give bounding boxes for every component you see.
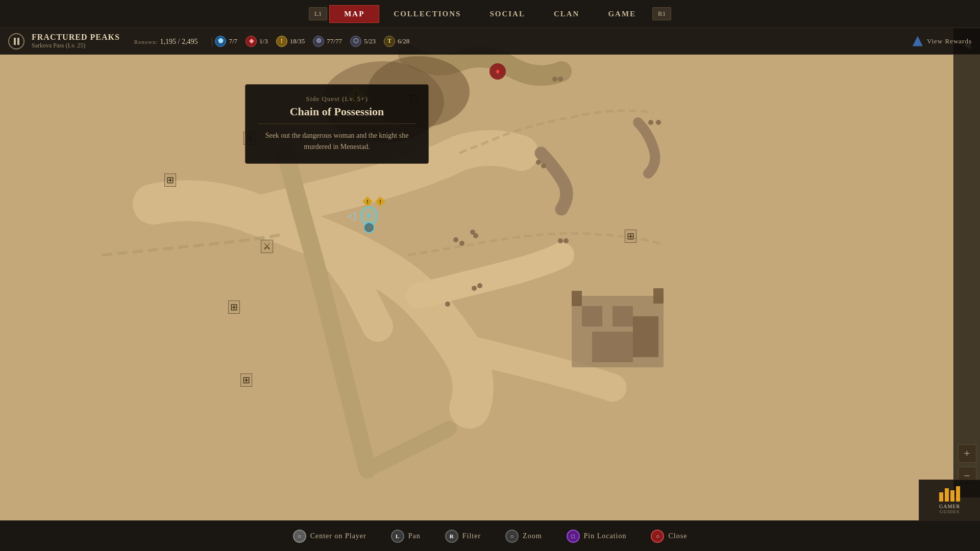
region-bar: FRACTURED PEAKS Sarkova Pass (Lv. 25) Re… [0, 28, 980, 55]
svg-point-22 [472, 286, 477, 291]
center-on-player-action[interactable]: ○ Center on Player [293, 530, 366, 543]
svg-rect-6 [592, 332, 633, 362]
gg-logo: GAMER GUIDES [919, 480, 980, 520]
svg-point-17 [459, 241, 464, 246]
center-on-player-label: Center on Player [310, 532, 366, 540]
center-on-player-button-icon: ○ [293, 530, 306, 543]
pin-location-label: Pin Location [584, 532, 627, 540]
svg-rect-4 [582, 306, 602, 327]
filter-button-icon: R [445, 530, 458, 543]
right-side-panel: ◀ + − [953, 28, 980, 497]
svg-point-15 [541, 163, 546, 168]
close-action[interactable]: ○ Close [651, 530, 687, 543]
view-rewards-button[interactable]: View Rewards [913, 36, 972, 46]
stat-gear: ⚙ 77/77 [313, 36, 342, 47]
quest-stat-icon: ! [276, 36, 287, 47]
quest-val: 18/35 [290, 37, 305, 45]
zoom-action[interactable]: ○ Zoom [505, 530, 542, 543]
trophy-stat-icon: T [384, 36, 395, 47]
svg-rect-9 [653, 288, 664, 304]
svg-point-20 [558, 238, 563, 243]
renown-slash: / [178, 38, 180, 45]
svg-point-24 [445, 302, 450, 307]
svg-point-16 [453, 237, 458, 242]
zoom-in-button[interactable]: + [958, 444, 976, 463]
tab-map[interactable]: MAP [329, 5, 379, 23]
renown-value: 1,195 / 2,495 [160, 38, 198, 45]
gg-text: GAMER [939, 504, 960, 509]
pan-action[interactable]: L Pan [391, 530, 421, 543]
dungeon-stat-icon: ◈ [246, 36, 257, 47]
svg-point-14 [536, 160, 541, 165]
svg-rect-7 [633, 316, 658, 357]
quest-name: Chain of Possession [258, 105, 416, 118]
dungeon-val: 1/3 [259, 37, 268, 45]
renown-label: Renown: [134, 39, 158, 45]
dungeon-marker-3[interactable]: ⚔ [261, 241, 273, 252]
pause-icon [14, 38, 19, 45]
zoom-label: Zoom [523, 532, 542, 540]
zoom-button-icon: ○ [505, 530, 519, 543]
gg-bars [939, 486, 960, 502]
svg-text:♦: ♦ [496, 67, 500, 76]
map-svg: ♦ [0, 0, 980, 551]
gg-bar-3 [950, 490, 954, 502]
stat-waypoints: ⬟ 7/7 [215, 36, 237, 47]
tab-collections[interactable]: COLLECTIONS [379, 6, 475, 22]
stronghold-stat-icon: ⬡ [350, 36, 361, 47]
region-name: FRACTURED PEAKS [32, 33, 120, 42]
dungeon-marker-4[interactable]: ⊞ [228, 302, 240, 313]
svg-rect-8 [572, 291, 582, 306]
pin-location-action[interactable]: □ Pin Location [567, 530, 627, 543]
tab-game[interactable]: GAME [594, 6, 650, 22]
dungeon-marker-2[interactable]: ⊞ [164, 174, 176, 186]
gear-stat-icon: ⚙ [313, 36, 324, 47]
nav-items: L1 MAP COLLECTIONS SOCIAL CLAN GAME R1 [307, 5, 674, 23]
trophy-val: 6/28 [398, 37, 409, 45]
waypoint-val: 7/7 [229, 37, 237, 45]
tab-clan[interactable]: CLAN [540, 6, 594, 22]
filter-action[interactable]: R Filter [445, 530, 481, 543]
view-rewards-label: View Rewards [927, 37, 972, 45]
player-area: ! ! ◁ ♦ ♡ [347, 196, 398, 237]
triangle-icon [913, 36, 923, 46]
svg-point-13 [656, 120, 661, 125]
map-background[interactable]: ♦ ! ⛩ ⚔ ⊞ ⚔ ⊞ ⊞ ⊞ ! [0, 0, 980, 551]
close-button-icon: ○ [651, 530, 664, 543]
pan-label: Pan [408, 532, 421, 540]
svg-point-23 [477, 283, 482, 288]
r1-badge: R1 [652, 7, 671, 20]
quest-type: Side Quest (Lv. 5+) [258, 95, 416, 103]
svg-point-21 [564, 238, 569, 243]
renown-section: Renown: 1,195 / 2,495 [134, 37, 198, 46]
quest-tooltip: Side Quest (Lv. 5+) Chain of Possession … [245, 84, 429, 164]
dungeon-marker-5[interactable]: ⊞ [240, 374, 252, 386]
stat-dungeons: ◈ 1/3 [246, 36, 268, 47]
close-label: Close [668, 532, 687, 540]
stronghold-val: 5/23 [364, 37, 376, 45]
dungeon-marker-6[interactable]: ⊞ [625, 231, 636, 242]
region-sublocation: Sarkova Pass (Lv. 25) [32, 42, 120, 49]
gear-val: 77/77 [327, 37, 342, 45]
quest-divider [258, 123, 416, 124]
gg-bar-4 [956, 486, 960, 502]
l1-badge: L1 [309, 7, 327, 20]
waypoint-icon: ⬟ [215, 36, 226, 47]
pause-button[interactable] [8, 33, 24, 49]
pin-location-button-icon: □ [567, 530, 580, 543]
filter-label: Filter [462, 532, 481, 540]
stat-quests: ! 18/35 [276, 36, 305, 47]
svg-point-10 [552, 77, 557, 82]
gg-bar-1 [939, 492, 943, 502]
bottom-bar: ○ Center on Player L Pan R Filter ○ Zoom… [0, 520, 980, 551]
svg-point-11 [558, 77, 563, 82]
svg-point-12 [648, 120, 653, 125]
tab-social[interactable]: SOCIAL [475, 6, 540, 22]
svg-rect-5 [612, 306, 633, 327]
renown-current: 1,195 [160, 38, 177, 45]
stat-divider-1: | [211, 35, 213, 47]
gg-bar-2 [945, 488, 949, 502]
top-nav: L1 MAP COLLECTIONS SOCIAL CLAN GAME R1 [0, 0, 980, 28]
renown-max: 2,495 [182, 38, 198, 45]
svg-point-19 [473, 233, 478, 238]
